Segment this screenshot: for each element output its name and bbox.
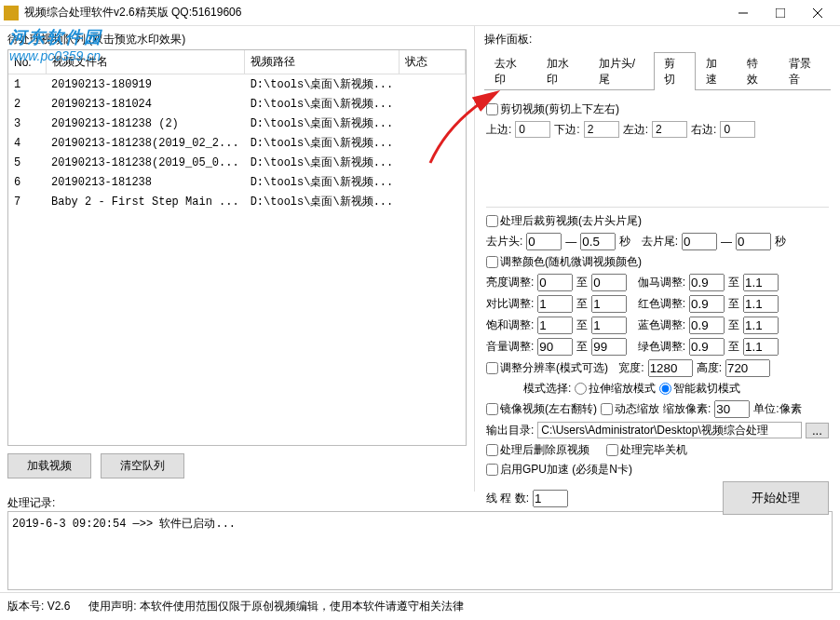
table-row[interactable]: 120190213-180919D:\tools\桌面\新视频...	[8, 74, 466, 95]
titlebar: 视频综合处理软件v2.6精英版 QQ:51619606	[0, 0, 840, 26]
panel-label: 操作面板:	[484, 32, 831, 47]
minimize-button[interactable]	[725, 0, 762, 26]
disclaimer: 使用声明: 本软件使用范围仅限于原创视频编辑，使用本软件请遵守相关法律	[88, 599, 464, 614]
dynscale-px[interactable]	[714, 400, 750, 418]
tab-addht[interactable]: 加片头/尾	[589, 52, 654, 90]
res-checkbox-label[interactable]: 调整分辨率(模式可选)	[486, 360, 608, 376]
contrast-to[interactable]	[591, 295, 627, 313]
col-path[interactable]: 视频路径	[245, 50, 400, 74]
contrast-from[interactable]	[537, 295, 573, 313]
mirror-checkbox-label[interactable]: 镜像视频(左右翻转)	[486, 401, 597, 417]
mode-smart-label[interactable]: 智能裁切模式	[659, 381, 740, 397]
svg-rect-1	[776, 8, 785, 18]
blue-from[interactable]	[689, 317, 725, 334]
table-row[interactable]: 320190213-181238 (2)D:\tools\桌面\新视频...	[8, 114, 466, 133]
delete-orig-label[interactable]: 处理后删除原视频	[486, 442, 589, 458]
control-panel: 操作面板: 去水印 加水印 加片头/尾 剪切 加速 特效 背景音 剪切视频(剪切…	[475, 26, 840, 492]
footer: 版本号: V2.6 使用声明: 本软件使用范围仅限于原创视频编辑，使用本软件请遵…	[0, 592, 840, 620]
trim-head-to[interactable]	[580, 233, 616, 250]
bright-from[interactable]	[537, 274, 573, 291]
gpu-checkbox[interactable]	[486, 464, 498, 476]
mirror-checkbox[interactable]	[486, 403, 498, 415]
crop-checkbox[interactable]	[486, 103, 498, 115]
gpu-label[interactable]: 启用GPU加速 (必须是N卡)	[486, 462, 632, 478]
col-status[interactable]: 状态	[399, 50, 465, 74]
tab-speed[interactable]: 加速	[696, 52, 738, 90]
queue-label: 待处理视频队列:(双击预览水印效果)	[7, 32, 467, 47]
table-row[interactable]: 7Baby 2 - First Step Main ...D:\tools\桌面…	[8, 192, 466, 211]
tab-crop[interactable]: 剪切	[654, 52, 696, 90]
res-checkbox[interactable]	[486, 362, 498, 374]
delete-orig-checkbox[interactable]	[486, 444, 498, 456]
tab-dewater[interactable]: 去水印	[484, 52, 536, 90]
crop-checkbox-label[interactable]: 剪切视频(剪切上下左右)	[486, 101, 619, 117]
green-to[interactable]	[743, 338, 779, 356]
maximize-button[interactable]	[762, 0, 799, 26]
trim-checkbox-label[interactable]: 处理后裁剪视频(去片头片尾)	[486, 213, 642, 229]
vol-from[interactable]	[537, 338, 573, 356]
gamma-from[interactable]	[689, 274, 725, 291]
trim-tail-to[interactable]	[736, 233, 771, 250]
vol-to[interactable]	[591, 338, 627, 356]
crop-left-input[interactable]	[652, 121, 687, 138]
trim-tail-from[interactable]	[682, 233, 717, 250]
browse-button[interactable]: ...	[806, 423, 829, 438]
output-path[interactable]	[537, 422, 802, 438]
tabs: 去水印 加水印 加片头/尾 剪切 加速 特效 背景音	[484, 51, 831, 90]
blue-to[interactable]	[743, 317, 779, 334]
close-button[interactable]	[799, 0, 836, 26]
app-icon	[4, 6, 19, 20]
col-no[interactable]: No.	[8, 50, 46, 74]
crop-bottom-input[interactable]	[584, 121, 619, 138]
trim-checkbox[interactable]	[486, 215, 498, 227]
sat-from[interactable]	[537, 317, 573, 334]
table-row[interactable]: 620190213-181238D:\tools\桌面\新视频...	[8, 172, 466, 192]
version-label: 版本号: V2.6	[7, 599, 70, 614]
clear-queue-button[interactable]: 清空队列	[101, 453, 184, 478]
trim-head-from[interactable]	[526, 233, 562, 250]
mode-stretch[interactable]	[575, 383, 587, 395]
res-height[interactable]	[725, 359, 770, 377]
crop-right-input[interactable]	[720, 121, 755, 138]
threads-input[interactable]	[533, 490, 568, 507]
dynscale-checkbox-label[interactable]: 动态缩放	[601, 401, 659, 417]
red-to[interactable]	[743, 295, 779, 313]
res-width[interactable]	[648, 359, 693, 377]
crop-top-input[interactable]	[515, 121, 550, 138]
shutdown-checkbox[interactable]	[606, 444, 618, 456]
mode-stretch-label[interactable]: 拉伸缩放模式	[575, 381, 656, 397]
mode-smart[interactable]	[659, 383, 671, 395]
sat-to[interactable]	[591, 317, 627, 334]
red-from[interactable]	[689, 295, 725, 313]
col-filename[interactable]: 视频文件名	[46, 50, 245, 74]
color-checkbox-label[interactable]: 调整颜色(随机微调视频颜色)	[486, 254, 642, 270]
color-checkbox[interactable]	[486, 256, 498, 268]
shutdown-label[interactable]: 处理完毕关机	[606, 442, 687, 458]
tab-bgm[interactable]: 背景音	[779, 52, 831, 90]
load-video-button[interactable]: 加载视频	[7, 453, 91, 478]
bright-to[interactable]	[591, 274, 627, 291]
dynscale-checkbox[interactable]	[601, 403, 613, 415]
table-row[interactable]: 520190213-181238(2019_05_0...D:\tools\桌面…	[8, 153, 466, 172]
video-table[interactable]: No. 视频文件名 视频路径 状态 120190213-180919D:\too…	[7, 49, 467, 446]
gamma-to[interactable]	[743, 274, 779, 291]
table-row[interactable]: 220190213-181024D:\tools\桌面\新视频...	[8, 94, 466, 114]
green-from[interactable]	[689, 338, 725, 356]
video-queue-panel: 待处理视频队列:(双击预览水印效果) No. 视频文件名 视频路径 状态 120…	[0, 26, 475, 492]
start-button[interactable]: 开始处理	[723, 481, 829, 515]
tab-fx[interactable]: 特效	[737, 52, 779, 90]
tab-water[interactable]: 加水印	[536, 52, 589, 90]
table-row[interactable]: 420190213-181238(2019_02_2...D:\tools\桌面…	[8, 133, 466, 153]
window-title: 视频综合处理软件v2.6精英版 QQ:51619606	[24, 5, 725, 20]
